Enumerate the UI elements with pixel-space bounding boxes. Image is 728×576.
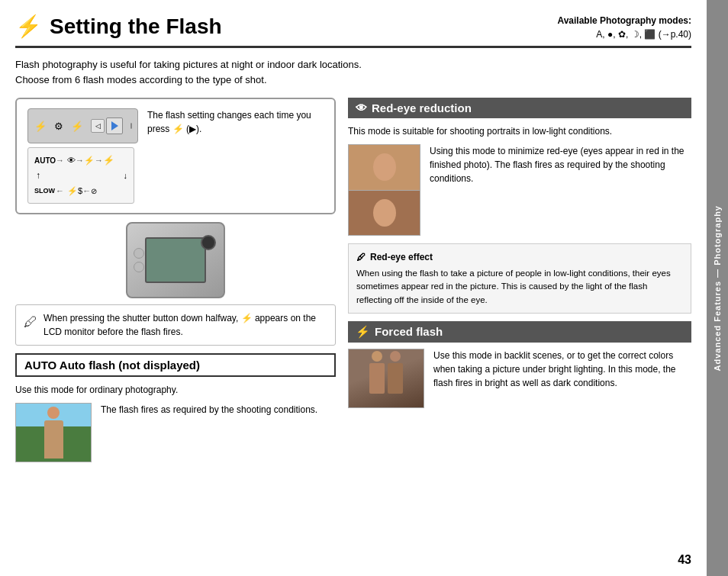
cam-settings-icon: ⚙ <box>54 121 63 132</box>
right-column: 👁 Red-eye reduction This mode is suitabl… <box>348 98 691 470</box>
person-head <box>47 407 60 419</box>
title-text: Setting the Flash <box>50 14 222 39</box>
forced-flash-description: Use this mode in backlit scenes, or to g… <box>433 349 691 408</box>
red-eye-info-box: 🖊 Red-eye effect When using the flash to… <box>348 243 691 314</box>
no-flash-icon: ⊘ <box>91 187 97 195</box>
auto-label: AUTO <box>34 156 56 165</box>
sidebar-tab: Advanced Features — Photography <box>707 0 728 576</box>
modes-label: Available Photography modes: <box>557 14 691 27</box>
double-portrait-bg <box>349 145 420 235</box>
red-eye-effect-header: 🖊 Red-eye effect <box>356 250 683 264</box>
red-eye-effect-title: Red-eye effect <box>370 250 433 264</box>
redeye-icon-cycle: 👁 <box>67 156 76 165</box>
head-a <box>372 351 382 362</box>
mode-night: ☽ <box>631 29 639 40</box>
mode-flower: ✿ <box>618 29 626 40</box>
intro-text: Flash photography is useful for taking p… <box>15 57 366 87</box>
flash-icon-forced: ⚡ <box>356 325 370 339</box>
forced-flash-header: ⚡ Forced flash <box>348 321 691 343</box>
camera-body-image <box>126 222 225 298</box>
auto-flash-description: The flash fires as required by the shoot… <box>101 403 336 462</box>
pencil-icon: 🖊 <box>356 250 366 264</box>
arrow-2: → <box>76 156 84 165</box>
portrait-top <box>349 145 420 191</box>
red-eye-description: Using this mode to minimize red-eye (eye… <box>430 144 691 236</box>
left-column: ⚡ ⚙ ⚡ ◁ AUTO <box>15 98 336 470</box>
down-arrow-right: ↓ <box>40 171 127 180</box>
red-eye-intro: This mode is suitable for shooting portr… <box>348 124 691 138</box>
auto-flash-header: AUTO Auto flash (not displayed) <box>15 353 336 377</box>
cam-zoom-icon: ⚡ <box>71 121 83 132</box>
ctrl-btn-1 <box>134 248 144 259</box>
redeye-icon-header: 👁 <box>356 101 367 114</box>
mode-a: A <box>596 29 602 40</box>
red-eye-title: Red-eye reduction <box>372 101 472 114</box>
note-box: 🖊 When pressing the shutter button down … <box>15 304 336 346</box>
forced-flash-photo <box>348 349 424 408</box>
flash-on-icon: ⚡ <box>84 156 95 166</box>
red-eye-desc-text: Using this mode to minimize red-eye (eye… <box>430 146 685 184</box>
camera-body-area <box>15 222 336 298</box>
head-b <box>390 351 401 362</box>
note-icon: 🖊 <box>24 312 37 333</box>
camera-lens <box>201 235 216 250</box>
arrow-3: → <box>95 156 103 165</box>
two-col-layout: ⚡ ⚙ ⚡ ◁ AUTO <box>15 98 691 470</box>
flash-diagram-box: ⚡ ⚙ ⚡ ◁ AUTO <box>15 98 336 214</box>
available-modes: Available Photography modes: A, ●, ✿, ☽,… <box>557 14 691 41</box>
forced-flash-title: Forced flash <box>375 325 443 338</box>
diagram-caption: The flash setting changes each time you … <box>147 108 324 136</box>
mode-movie: ⬛ <box>644 29 656 40</box>
play-arrow <box>111 121 118 130</box>
slow-sync-icon: ⚡$ <box>67 186 82 196</box>
arrow-1: → <box>56 156 64 165</box>
person-figure <box>44 420 63 459</box>
indoor-photo-bg <box>349 349 424 407</box>
main-content: ⚡ Setting the Flash Available Photograph… <box>0 0 707 576</box>
red-eye-header: 👁 Red-eye reduction <box>348 98 691 118</box>
face-top <box>373 153 396 181</box>
camera-controls <box>134 248 144 272</box>
camera-screen <box>145 237 206 283</box>
note-text: When pressing the shutter button down ha… <box>43 311 327 339</box>
auto-flash-content: The flash fires as required by the shoot… <box>15 403 336 462</box>
cam-left-btn: ◁ <box>91 119 105 133</box>
slow-label: SLOW <box>34 187 56 195</box>
portrait-bottom <box>349 191 420 236</box>
red-eye-photo <box>348 144 420 236</box>
sidebar-label: Advanced Features — Photography <box>713 205 722 371</box>
person-b <box>388 363 403 394</box>
auto-flash-title: AUTO Auto flash (not displayed) <box>24 359 200 372</box>
ctrl-btn-2 <box>134 262 144 272</box>
auto-flash-photo <box>15 403 92 462</box>
forced-flash-content: Use this mode in backlit scenes, or to g… <box>348 349 691 408</box>
mode-ref: (→p.40) <box>659 29 691 40</box>
page-number: 43 <box>678 553 691 567</box>
cam-play-button <box>106 117 123 134</box>
diagram-area: ⚡ ⚙ ⚡ ◁ AUTO <box>27 108 138 204</box>
flash-icon-cycle: ⚡ <box>103 155 114 166</box>
face-bottom <box>373 199 396 227</box>
red-eye-effect-text: When using the flash to take a picture o… <box>356 267 683 307</box>
person-a <box>369 363 385 394</box>
auto-flash-intro: Use this mode for ordinary photography. <box>15 383 336 397</box>
page-title: ⚡ Setting the Flash <box>15 14 222 39</box>
flash-cycle-diagram: AUTO → 👁 → ⚡ → ⚡ ↑ ↓ <box>27 147 134 204</box>
outdoor-photo-bg <box>16 404 91 462</box>
cam-bar <box>130 123 132 129</box>
arrow-5: ← <box>82 186 91 195</box>
modes-icons: A, ●, ✿, ☽, ⬛ (→p.40) <box>557 27 691 41</box>
mode-portrait: ● <box>607 29 613 40</box>
flash-icon: ⚡ <box>15 14 42 39</box>
red-eye-content: Using this mode to minimize red-eye (eye… <box>348 144 691 236</box>
arrow-4: ← <box>56 186 64 195</box>
cam-flash-icon: ⚡ <box>34 121 47 132</box>
page-header: ⚡ Setting the Flash Available Photograph… <box>15 14 691 48</box>
indoor-people <box>369 363 403 394</box>
